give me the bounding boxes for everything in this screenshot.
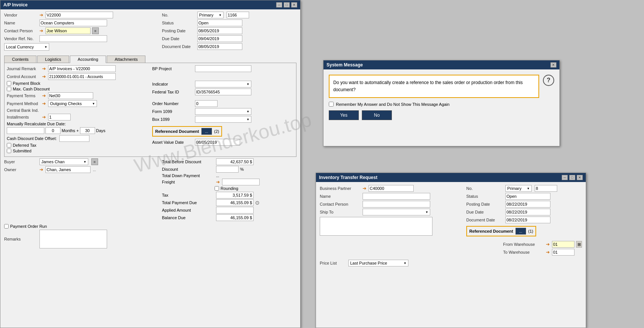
- inv-from-warehouse-browse-btn[interactable]: ⊞: [576, 241, 582, 248]
- inv-ship-to-dropdown[interactable]: ▼: [363, 209, 430, 215]
- no-primary-dropdown[interactable]: Primary ▼: [197, 12, 224, 18]
- inv-status-input: [505, 193, 550, 200]
- ref-doc-button[interactable]: ...: [201, 128, 212, 135]
- tab-accounting[interactable]: Accounting: [70, 56, 106, 63]
- tab-attachments[interactable]: Attachments: [107, 56, 145, 63]
- inv-document-date-input[interactable]: [505, 217, 550, 223]
- recalc-date-input[interactable]: [7, 127, 44, 134]
- inv-posting-date-input[interactable]: [505, 201, 550, 208]
- tab-content-accounting: Journal Remark ➔ Control Account ➔ Payme…: [4, 63, 296, 157]
- due-date-row: Due Date: [162, 35, 290, 42]
- down-payment-dots[interactable]: ...: [216, 174, 219, 178]
- total-before-discount-row: Total Before Discount 42,637.50 $: [162, 158, 290, 165]
- buyer-dropdown[interactable]: James Chan ▼: [39, 158, 88, 165]
- close-button[interactable]: ✕: [291, 2, 297, 8]
- remember-checkbox[interactable]: [329, 102, 334, 107]
- name-input[interactable]: [39, 20, 107, 26]
- info-icon[interactable]: ⊙: [255, 200, 260, 206]
- order-number-input[interactable]: [195, 100, 218, 107]
- inv-to-warehouse-arrow-icon[interactable]: ➔: [546, 250, 550, 255]
- no-primary-label: Primary: [199, 13, 219, 17]
- remarks-textarea[interactable]: [39, 230, 107, 248]
- vendor-input[interactable]: [45, 12, 113, 18]
- name-row: Name: [4, 20, 147, 26]
- federal-tax-input[interactable]: [195, 89, 251, 95]
- installments-input[interactable]: [48, 114, 71, 120]
- minimize-button[interactable]: ─: [276, 2, 282, 8]
- control-account-input[interactable]: [48, 73, 116, 80]
- form-1099-dropdown[interactable]: ▼: [195, 108, 251, 115]
- no-button[interactable]: No: [362, 110, 392, 120]
- applied-amount-value: [216, 207, 254, 214]
- box-1099-dropdown[interactable]: ▼: [195, 116, 251, 123]
- tab-logistics[interactable]: Logistics: [37, 56, 69, 63]
- inv-maximize-button[interactable]: □: [569, 175, 575, 180]
- buyer-label: Buyer: [4, 159, 38, 164]
- inv-transfer-title: Inventory Transfer Request: [319, 175, 377, 180]
- vendor-arrow-icon[interactable]: ➔: [39, 12, 43, 18]
- deferred-tax-checkbox[interactable]: [7, 143, 11, 147]
- control-arrow-icon[interactable]: ➔: [42, 74, 46, 79]
- contact-input[interactable]: [45, 27, 91, 34]
- inv-bp-arrow-icon[interactable]: ➔: [363, 186, 366, 191]
- inv-name-input[interactable]: [363, 193, 430, 200]
- inv-due-date-input[interactable]: [505, 209, 550, 215]
- yes-button[interactable]: Yes: [329, 110, 359, 120]
- no-input[interactable]: [227, 12, 249, 18]
- inv-contact-input[interactable]: [363, 201, 430, 208]
- system-msg-close-button[interactable]: ✕: [550, 62, 556, 68]
- inv-from-warehouse-arrow-icon[interactable]: ➔: [546, 242, 550, 247]
- journal-remark-input[interactable]: [48, 65, 116, 72]
- payment-order-run-checkbox[interactable]: [4, 224, 9, 229]
- payment-method-arrow-icon[interactable]: ➔: [42, 101, 46, 106]
- payment-method-dropdown[interactable]: Outgoing Checks ▼: [48, 100, 97, 107]
- inv-minimize-button[interactable]: ─: [562, 175, 568, 180]
- inv-from-warehouse-row: From Warehouse ➔ ⊞: [503, 241, 582, 248]
- help-icon[interactable]: ?: [543, 75, 554, 86]
- accounting-two-col: Journal Remark ➔ Control Account ➔ Payme…: [7, 65, 294, 154]
- journal-arrow-icon[interactable]: ➔: [42, 66, 46, 71]
- inv-close-button[interactable]: ✕: [577, 175, 583, 180]
- inv-to-warehouse-input[interactable]: [552, 249, 574, 256]
- inv-bp-input[interactable]: [369, 185, 414, 192]
- max-cash-discount-checkbox[interactable]: [7, 87, 11, 91]
- inv-price-list-dropdown[interactable]: Last Purchase Price ▼: [348, 260, 408, 266]
- currency-dropdown[interactable]: Local Currency ▼: [4, 43, 49, 51]
- cash-discount-label-row: Cash Discount Date Offset:: [7, 135, 148, 142]
- inv-ship-to-arrow-icon: ▼: [425, 211, 428, 214]
- owner-arrow-icon[interactable]: ➔: [39, 167, 43, 172]
- ref-doc-count: (2): [214, 129, 219, 134]
- posting-date-input[interactable]: [197, 27, 242, 34]
- inv-from-warehouse-input[interactable]: [552, 241, 574, 248]
- inv-no-primary-dropdown[interactable]: Primary ▼: [505, 185, 532, 192]
- inv-ref-doc-button[interactable]: ...: [516, 228, 526, 235]
- indicator-dropdown[interactable]: ▼: [195, 81, 251, 87]
- installments-arrow-icon[interactable]: ➔: [42, 114, 46, 120]
- cash-discount-input[interactable]: [59, 135, 89, 142]
- payment-terms-arrow-icon[interactable]: ➔: [42, 93, 46, 98]
- status-input: [197, 20, 242, 26]
- inv-ship-to-text-area[interactable]: [320, 217, 432, 236]
- days-input[interactable]: [80, 127, 95, 134]
- submitted-checkbox[interactable]: [7, 149, 11, 153]
- contact-edit-button[interactable]: ≡: [92, 27, 99, 34]
- vendor-ref-input[interactable]: [39, 35, 107, 42]
- rounding-checkbox[interactable]: [215, 186, 219, 191]
- owner-row: Owner ➔ ...: [4, 166, 147, 173]
- buyer-edit-button[interactable]: ≡: [91, 158, 98, 165]
- tab-contents[interactable]: Contents: [4, 56, 36, 63]
- maximize-button[interactable]: □: [284, 2, 290, 8]
- due-date-input[interactable]: [197, 35, 242, 42]
- freight-arrow-icon[interactable]: ➔: [216, 179, 220, 185]
- discount-input[interactable]: [216, 166, 239, 173]
- inv-no-input[interactable]: [535, 185, 557, 192]
- months-input[interactable]: [45, 127, 60, 134]
- contact-arrow-icon[interactable]: ➔: [39, 28, 43, 33]
- days-label: Days: [96, 128, 106, 133]
- payment-terms-input[interactable]: [48, 92, 93, 99]
- payment-block-checkbox[interactable]: [7, 81, 11, 86]
- bp-project-input[interactable]: [195, 65, 251, 72]
- document-date-input[interactable]: [197, 43, 242, 50]
- asset-value-date-input[interactable]: [195, 139, 240, 146]
- owner-input[interactable]: [45, 166, 91, 173]
